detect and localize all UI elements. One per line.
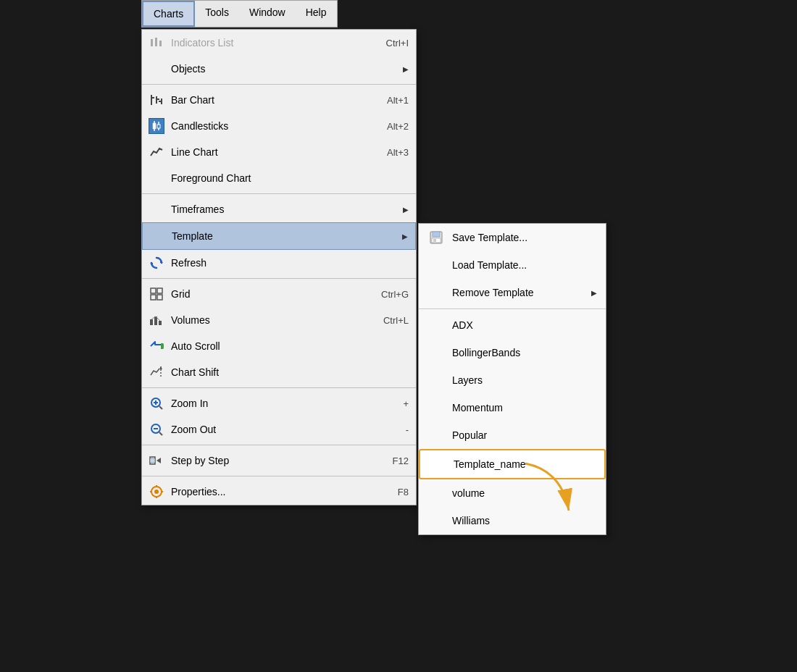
menu-shortcut-stepbystep: F12 [378, 455, 409, 466]
menu-item-candlesticks[interactable]: Candlesticks Alt+2 [142, 113, 416, 139]
properties-icon [148, 483, 165, 500]
svg-point-43 [154, 490, 159, 494]
submenu-item-williams[interactable]: Williams [419, 507, 606, 534]
refresh-icon [148, 254, 165, 272]
menu-label-autoscroll: Auto Scroll [171, 340, 409, 352]
menu-label-indicators: Indicators List [171, 37, 372, 49]
menu-label-objects: Objects [171, 63, 403, 75]
submenu-item-momentum[interactable]: Momentum [419, 394, 606, 421]
svg-marker-31 [159, 366, 162, 369]
menu-label-linechart: Line Chart [171, 146, 372, 158]
menu-shortcut-zoomin: + [388, 398, 409, 409]
submenu-item-adx[interactable]: ADX [419, 311, 606, 339]
svg-rect-27 [159, 321, 162, 325]
svg-line-35 [159, 406, 162, 409]
menubar-charts[interactable]: Charts [142, 1, 195, 27]
svg-rect-28 [161, 343, 163, 349]
submenu-item-template-name[interactable]: Template_name [419, 449, 606, 479]
submenu-item-remove-template[interactable]: Remove Template ▶ [419, 279, 606, 306]
objects-icon [148, 60, 165, 77]
submenu-label-williams: Williams [452, 515, 490, 526]
submenu-separator-1 [419, 308, 606, 309]
menu-item-linechart[interactable]: Line Chart Alt+3 [142, 139, 416, 165]
submenu-item-volume[interactable]: volume [419, 479, 606, 507]
stepbystep-icon [148, 452, 165, 469]
submenu-label-adx: ADX [452, 319, 473, 331]
menu-separator-4 [142, 387, 416, 388]
remove-template-arrow-icon: ▶ [591, 289, 597, 297]
williams-icon [427, 512, 445, 529]
svg-rect-18 [433, 239, 436, 242]
submenu-item-bollingerbands[interactable]: BollingerBands [419, 339, 606, 366]
candlesticks-icon [148, 117, 165, 135]
timeframes-arrow-icon: ▶ [403, 206, 409, 214]
menu-label-stepbystep: Step by Step [171, 455, 378, 466]
svg-rect-9 [153, 123, 156, 129]
menu-item-foreground[interactable]: Foreground Chart [142, 165, 416, 191]
menu-item-template[interactable]: Template ▶ Save Template... Loa [142, 222, 416, 250]
volumes-icon [148, 311, 165, 329]
barchart-icon [148, 91, 165, 109]
menu-shortcut-volumes: Ctrl+L [369, 315, 409, 326]
svg-rect-16 [433, 232, 440, 237]
menu-item-chartshift[interactable]: Chart Shift [142, 359, 416, 385]
submenu-label-template-name: Template_name [454, 458, 526, 470]
menu-shortcut-indicators: Ctrl+I [372, 38, 409, 49]
menu-item-volumes[interactable]: Volumes Ctrl+L [142, 307, 416, 333]
template-name-icon [429, 455, 446, 473]
submenu-item-save-template[interactable]: Save Template... [419, 224, 606, 251]
indicators-icon [148, 34, 165, 51]
menu-label-volumes: Volumes [171, 314, 369, 326]
layers-icon [427, 371, 445, 389]
submenu-item-layers[interactable]: Layers [419, 366, 606, 394]
menu-shortcut-linechart: Alt+3 [372, 147, 409, 158]
adx-icon [427, 316, 445, 334]
template-icon [149, 227, 166, 245]
submenu-item-popular[interactable]: Popular [419, 421, 606, 449]
svg-rect-24 [157, 295, 162, 300]
menu-item-objects[interactable]: Objects ▶ [142, 56, 416, 82]
menu-separator-5 [142, 445, 416, 445]
menubar-help[interactable]: Help [296, 1, 337, 27]
menu-separator-2 [142, 193, 416, 194]
grid-icon [148, 285, 165, 303]
charts-dropdown-menu: Indicators List Ctrl+I Objects ▶ Bar Cha… [141, 29, 417, 505]
menu-item-zoomout[interactable]: Zoom Out - [142, 416, 416, 442]
menu-label-zoomin: Zoom In [171, 398, 388, 409]
menu-item-properties[interactable]: Properties... F8 [142, 479, 416, 505]
remove-template-icon [427, 284, 445, 301]
menu-item-zoomin[interactable]: Zoom In + [142, 390, 416, 416]
menu-label-foreground: Foreground Chart [171, 172, 409, 184]
menu-label-template: Template [172, 230, 402, 242]
menu-shortcut-grid: Ctrl+G [367, 289, 409, 300]
menu-separator-3 [142, 278, 416, 279]
objects-arrow-icon: ▶ [403, 65, 409, 73]
svg-rect-0 [151, 39, 153, 46]
menu-item-indicators[interactable]: Indicators List Ctrl+I [142, 30, 416, 56]
menu-shortcut-zoomout: - [391, 424, 409, 435]
menu-label-chartshift: Chart Shift [171, 366, 409, 378]
submenu-label-popular: Popular [452, 429, 487, 441]
menu-label-candlesticks: Candlesticks [171, 120, 372, 132]
popular-icon [427, 427, 445, 444]
menu-item-stepbystep[interactable]: Step by Step F12 [142, 448, 416, 474]
menu-label-properties: Properties... [171, 486, 383, 497]
menu-item-timeframes[interactable]: Timeframes ▶ [142, 196, 416, 222]
menubar: Charts Tools Window Help [141, 0, 338, 28]
submenu-item-load-template[interactable]: Load Template... [419, 251, 606, 279]
menubar-tools[interactable]: Tools [195, 1, 239, 27]
menu-shortcut-properties: F8 [383, 487, 409, 497]
submenu-label-bollingerbands: BollingerBands [452, 347, 520, 358]
menu-shortcut-barchart: Alt+1 [372, 95, 409, 106]
menu-item-grid[interactable]: Grid Ctrl+G [142, 281, 416, 307]
volume-icon [427, 484, 445, 502]
timeframes-icon [148, 201, 165, 218]
menubar-window[interactable]: Window [239, 1, 296, 27]
foreground-icon [148, 169, 165, 187]
load-template-icon [427, 256, 445, 274]
menu-item-barchart[interactable]: Bar Chart Alt+1 [142, 87, 416, 113]
svg-rect-21 [151, 288, 156, 293]
menu-item-autoscroll[interactable]: Auto Scroll [142, 333, 416, 359]
submenu-label-layers: Layers [452, 374, 483, 386]
menu-item-refresh[interactable]: Refresh [142, 250, 416, 276]
